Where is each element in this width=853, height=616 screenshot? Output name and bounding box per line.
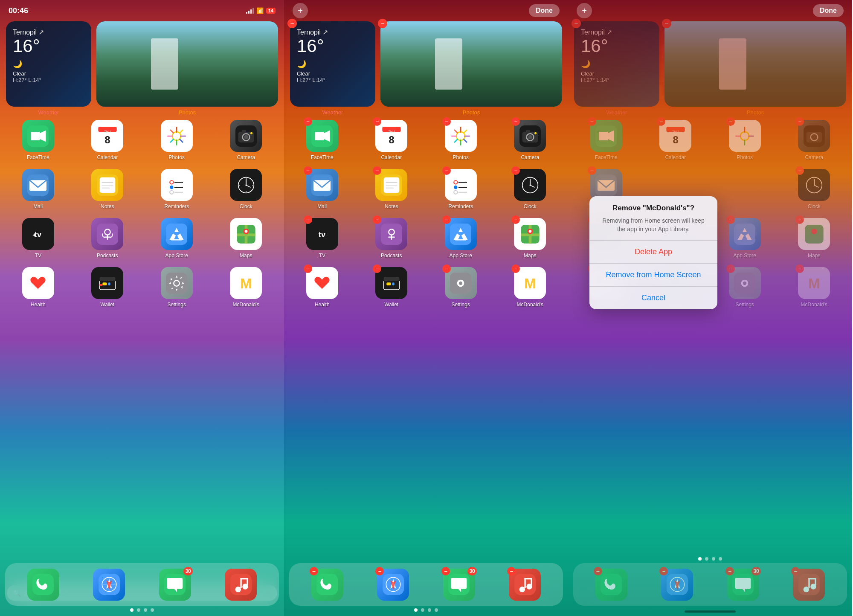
phone-icon[interactable] — [27, 569, 59, 601]
photos-app-icon[interactable] — [161, 120, 193, 152]
edit-app-camera[interactable]: − Camera — [496, 120, 565, 160]
svg-marker-87 — [315, 132, 324, 140]
weather-hi-lo: H:27° L:14° — [13, 77, 84, 83]
context-done-button[interactable]: Done — [813, 4, 844, 17]
mcdonalds-label: McDonald's — [233, 302, 259, 308]
edit-app-clock[interactable]: − Clock — [496, 169, 565, 209]
app-maps[interactable]: Maps — [212, 218, 281, 259]
appstore-icon[interactable] — [161, 218, 193, 250]
reminders-icon[interactable] — [161, 169, 193, 201]
edit-app-reminders[interactable]: − Reminders — [426, 169, 496, 209]
edit-app-photos[interactable]: − Photos — [426, 120, 496, 160]
svg-point-33 — [170, 185, 173, 189]
facetime-minus[interactable]: − — [304, 117, 312, 126]
app-reminders[interactable]: Reminders — [142, 169, 212, 209]
edit-app-maps[interactable]: − Maps — [496, 218, 565, 259]
dock-phone[interactable] — [27, 569, 59, 601]
weather-widget[interactable]: Ternopil ↗ 16° 🌙 Clear H:27° L:14° — [6, 21, 91, 107]
wallet-icon[interactable] — [91, 267, 123, 299]
edit-app-facetime[interactable]: − FaceTime — [287, 120, 357, 160]
clock-icon[interactable] — [230, 169, 262, 201]
safari-icon[interactable] — [93, 569, 125, 601]
dock-messages[interactable]: 30 — [159, 569, 191, 601]
calendar-icon[interactable]: 8THU — [91, 120, 123, 152]
app-health[interactable]: Health — [3, 267, 73, 308]
cancel-button[interactable]: Cancel — [589, 287, 717, 309]
app-tv[interactable]: tv✦ TV — [3, 218, 73, 259]
notes-icon[interactable] — [91, 169, 123, 201]
screen-context: + Done Ternopil ↗ 16° 🌙 Clear — [568, 0, 852, 616]
edit-app-settings[interactable]: − Settings — [426, 267, 496, 308]
maps-icon[interactable] — [230, 218, 262, 250]
photos-minus[interactable]: − — [442, 117, 451, 126]
app-camera[interactable]: Camera — [212, 120, 281, 160]
app-notes[interactable]: Notes — [73, 169, 142, 209]
app-clock[interactable]: Clock — [212, 169, 281, 209]
edit-page-dots — [284, 608, 568, 612]
moon-icon: 🌙 — [13, 60, 22, 68]
context-menu-subtitle: Removing from Home screen will keep the … — [589, 215, 717, 240]
add-button[interactable]: + — [293, 3, 308, 18]
app-appstore[interactable]: App Store — [142, 218, 212, 259]
edit-weather-widget[interactable]: Ternopil ↗ 16° 🌙 Clear H:27° L:14° — [290, 21, 375, 107]
facetime-icon[interactable] — [22, 120, 54, 152]
edit-messages-badge: 30 — [467, 567, 476, 575]
photos-widget[interactable] — [96, 21, 278, 107]
svg-marker-1 — [31, 132, 40, 140]
context-app-grid-section: − FaceTime − 8THU Calendar — [568, 118, 852, 616]
dock-safari[interactable] — [93, 569, 125, 601]
app-calendar[interactable]: 8THU Calendar — [73, 120, 142, 160]
mcdonalds-icon[interactable]: M — [230, 267, 262, 299]
svg-marker-166 — [599, 132, 608, 140]
mail-icon[interactable] — [22, 169, 54, 201]
context-widgets-row: Ternopil ↗ 16° 🌙 Clear H:27° L:14° Wea — [568, 21, 852, 116]
edit-app-notes[interactable]: − Notes — [357, 169, 426, 209]
music-icon[interactable] — [225, 569, 257, 601]
app-mail[interactable]: Mail — [3, 169, 73, 209]
photos-remove-btn[interactable] — [378, 19, 387, 28]
edit-app-health[interactable]: − Health — [287, 267, 357, 308]
wallet-label: Wallet — [100, 302, 114, 308]
done-button[interactable]: Done — [529, 4, 560, 17]
settings-icon[interactable] — [161, 267, 193, 299]
svg-rect-216 — [808, 578, 816, 579]
svg-rect-108 — [526, 130, 530, 132]
app-grid-section: FaceTime 8THU Calendar — [0, 118, 284, 582]
weather-remove-btn[interactable] — [287, 19, 297, 28]
camera-icon[interactable] — [230, 120, 262, 152]
edit-app-podcasts[interactable]: − Podcasts — [357, 218, 426, 259]
delete-app-button[interactable]: Delete App — [589, 241, 717, 263]
edit-photos-widget[interactable] — [380, 21, 562, 107]
app-podcasts[interactable]: Podcasts — [73, 218, 142, 259]
podcasts-icon[interactable] — [91, 218, 123, 250]
svg-rect-164 — [524, 578, 532, 579]
remove-from-homescreen-button[interactable]: Remove from Home Screen — [589, 264, 717, 286]
svg-rect-134 — [450, 224, 471, 245]
app-settings[interactable]: Settings — [142, 267, 212, 308]
tv-icon[interactable]: tv✦ — [22, 218, 54, 250]
edit-widgets-row: Ternopil ↗ 16° 🌙 Clear H:27° L:14° — [284, 21, 568, 116]
edit-app-mail[interactable]: − Mail — [287, 169, 357, 209]
health-icon[interactable] — [22, 267, 54, 299]
app-mcdonalds[interactable]: M McDonald's — [212, 267, 281, 308]
weather-city: Ternopil ↗ — [13, 28, 84, 36]
svg-rect-64 — [102, 282, 107, 285]
svg-rect-146 — [392, 282, 394, 285]
edit-app-calendar[interactable]: − 8THU Calendar — [357, 120, 426, 160]
app-wallet[interactable]: Wallet — [73, 267, 142, 308]
app-photos[interactable]: Photos — [142, 120, 212, 160]
dot-2 — [137, 608, 140, 612]
dock-music[interactable] — [225, 569, 257, 601]
svg-rect-65 — [108, 282, 110, 285]
tv-label: TV — [35, 253, 41, 259]
edit-app-mcdonalds[interactable]: − M McDonald's — [496, 267, 565, 308]
edit-app-tv[interactable]: − tv TV — [287, 218, 357, 259]
app-row-3: tv✦ TV Podcasts App Store — [0, 218, 284, 259]
edit-app-wallet[interactable]: − Wallet — [357, 267, 426, 308]
svg-rect-147 — [383, 277, 399, 281]
weather-condition: Clear — [13, 70, 84, 77]
app-facetime[interactable]: FaceTime — [3, 120, 73, 160]
edit-app-appstore[interactable]: − App Store — [426, 218, 496, 259]
context-add-button[interactable]: + — [577, 3, 592, 18]
appstore-label: App Store — [165, 253, 188, 259]
